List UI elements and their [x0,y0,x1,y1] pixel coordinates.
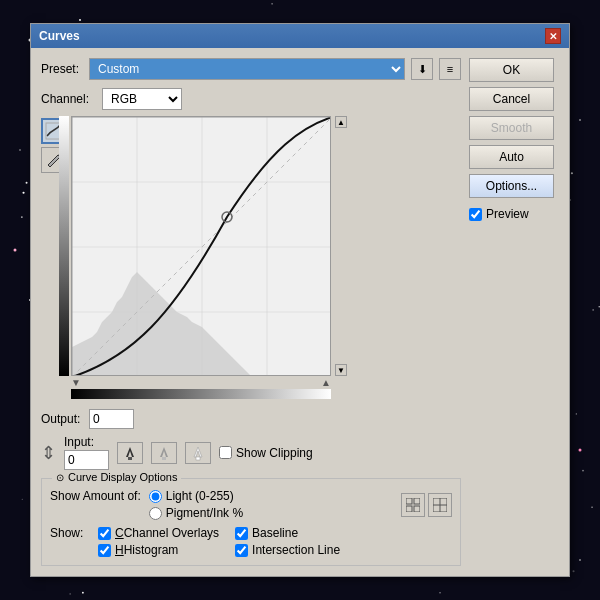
grid-small-button[interactable] [401,493,425,517]
svg-rect-17 [414,506,420,512]
scroll-down-button[interactable]: ▼ [335,364,347,376]
radio-group: Light (0-255) Pigment/Ink % [149,489,243,520]
triangle-row: ▼ ▲ [71,377,331,388]
channel-overlays-item: CChannel Overlays [98,526,219,540]
radio-light: Light (0-255) [149,489,243,503]
grid-large-button[interactable] [428,493,452,517]
pigment-radio[interactable] [149,507,162,520]
curve-graph-area: ▼ ▲ [71,116,331,399]
curves-dialog: Curves ✕ Preset: Custom ⬇ ≡ Channel: RGB… [30,23,570,577]
sample-black-button[interactable] [117,442,143,464]
scroll-arrows: ▲ ▼ [335,116,347,376]
curve-container: ▼ ▲ ▲ ▼ [41,116,461,399]
channel-select[interactable]: RGB Red Green Blue [102,88,182,110]
preset-label: Preset: [41,62,83,76]
dialog-body: Preset: Custom ⬇ ≡ Channel: RGB Red Gree… [31,48,569,576]
channel-overlays-label[interactable]: CChannel Overlays [115,526,219,540]
title-bar: Curves ✕ [31,24,569,48]
right-panel: OK Cancel Smooth Auto Options... Preview [469,58,559,566]
checkbox-columns: CChannel Overlays HHistogram [98,526,340,557]
cancel-button[interactable]: Cancel [469,87,554,111]
show-amount-label: Show Amount of: [50,489,141,503]
preset-icon-button[interactable]: ⬇ [411,58,433,80]
svg-rect-13 [196,457,200,460]
dialog-title: Curves [39,29,80,43]
output-input[interactable] [89,409,134,429]
light-label[interactable]: Light (0-255) [166,489,234,503]
radio-pigment: Pigment/Ink % [149,506,243,520]
output-label: Output: [41,412,83,426]
input-field[interactable] [64,450,109,470]
svg-marker-1 [72,272,331,376]
intersection-item: Intersection Line [235,543,340,557]
preview-checkbox[interactable] [469,208,482,221]
section-expand-icon[interactable]: ⊙ [56,472,64,483]
intersection-label[interactable]: Intersection Line [252,543,340,557]
curve-graph[interactable] [71,116,331,376]
auto-button[interactable]: Auto [469,145,554,169]
svg-rect-11 [128,457,132,460]
baseline-item: Baseline [235,526,340,540]
section-title: ⊙ Curve Display Options [52,471,181,483]
svg-rect-15 [414,498,420,504]
gradient-bar-left [59,116,69,376]
sample-white-button[interactable] [185,442,211,464]
channel-overlays-checkbox[interactable] [98,527,111,540]
show-row: Show: CChannel Overlays [50,526,452,557]
preset-settings-button[interactable]: ≡ [439,58,461,80]
channel-label: Channel: [41,92,96,106]
show-clipping-label[interactable]: Show Clipping [236,446,313,460]
baseline-label[interactable]: Baseline [252,526,298,540]
output-row: Output: [41,409,461,429]
scroll-up-button[interactable]: ▲ [335,116,347,128]
svg-rect-12 [162,457,166,460]
intersection-checkbox[interactable] [235,544,248,557]
input-label: Input: [64,435,109,449]
checkbox-group-right: Baseline Intersection Line [235,526,340,557]
input-section: Input: [64,435,109,470]
gradient-bar-bottom [71,389,331,399]
input-tools-row: ⇕ Input: [41,435,461,470]
histogram-checkbox[interactable] [98,544,111,557]
svg-rect-16 [406,506,412,512]
pigment-label[interactable]: Pigment/Ink % [166,506,243,520]
histogram-item: HHistogram [98,543,219,557]
ok-button[interactable]: OK [469,58,554,82]
curve-display-section: ⊙ Curve Display Options Show Amount of: … [41,478,461,566]
grid-icons [401,493,452,517]
svg-rect-14 [406,498,412,504]
checkbox-group-left: CChannel Overlays HHistogram [98,526,219,557]
smooth-button[interactable]: Smooth [469,116,554,140]
light-radio[interactable] [149,490,162,503]
preview-row: Preview [469,207,559,221]
show-clipping-checkbox[interactable] [219,446,232,459]
preview-label[interactable]: Preview [486,207,529,221]
left-panel: Preset: Custom ⬇ ≡ Channel: RGB Red Gree… [41,58,461,566]
histogram-label[interactable]: HHistogram [115,543,178,557]
show-label: Show: [50,526,90,540]
baseline-checkbox[interactable] [235,527,248,540]
preset-row: Preset: Custom ⬇ ≡ [41,58,461,80]
sample-gray-button[interactable] [151,442,177,464]
move-icon: ⇕ [41,442,56,464]
options-button[interactable]: Options... [469,174,554,198]
show-amount-row: Show Amount of: Light (0-255) Pigment/In… [50,489,452,520]
channel-row: Channel: RGB Red Green Blue [41,88,461,110]
preset-select[interactable]: Custom [89,58,405,80]
close-button[interactable]: ✕ [545,28,561,44]
section-title-label: Curve Display Options [68,471,177,483]
show-clipping-row: Show Clipping [219,446,313,460]
